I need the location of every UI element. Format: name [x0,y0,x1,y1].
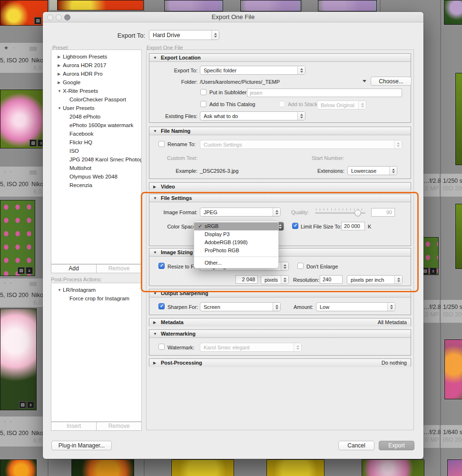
slider-thumb[interactable] [354,210,361,217]
preset-list[interactable]: ▶Lightroom Presets ▶Aurora HDR 2017 ▶Aur… [51,50,142,264]
preset-item[interactable]: ColorChecker Passport [51,95,141,104]
add-to-catalog-checkbox[interactable] [200,101,206,107]
size-unit-select[interactable]: pixels [261,275,289,284]
add-to-stack-checkbox[interactable] [279,101,285,107]
export-button[interactable]: Export [379,441,414,450]
section-header[interactable]: ▶ Post-Processing Do nothing [149,359,411,367]
preset-item[interactable]: ▶Aurora HDR 2017 [51,61,141,69]
specific-folder-select[interactable]: Specific folder [200,66,305,75]
disclosure-triangle-icon[interactable]: ▶ [58,79,63,87]
post-process-list[interactable]: ▼LR/Instagram Force crop for Instagram [51,283,142,422]
disclosure-triangle-icon[interactable]: ▼ [58,87,63,96]
subfolder-name-field[interactable]: jesen [247,89,402,97]
remove-preset-button[interactable]: Remove [96,265,141,273]
photo-thumbnail[interactable] [266,459,324,476]
disclosure-triangle-icon[interactable]: ▶ [58,70,63,79]
photo-thumbnail[interactable] [362,459,424,476]
disclosure-triangle-icon[interactable]: ▼ [58,286,63,295]
cancel-button[interactable]: Cancel [338,441,374,450]
photo-thumbnail[interactable] [0,308,37,410]
image-format-select[interactable]: JPEG [200,208,281,217]
preset-item[interactable]: ▶Lightroom Presets [51,52,141,61]
extensions-select[interactable]: Lowercase [347,166,397,175]
rename-template-select[interactable]: Custom Settings [200,140,402,149]
flag-row[interactable]: · · [4,418,13,424]
existing-files-select[interactable]: Ask what to do [200,111,305,120]
section-header[interactable]: ▼ Image Sizing [149,248,411,257]
flag-star-row[interactable]: ★ · [4,45,16,51]
sharpen-target-select[interactable]: Screen [200,302,281,311]
amount-select[interactable]: Low [316,302,395,311]
choose-folder-button[interactable]: Choose... [371,77,412,86]
section-header[interactable]: ▼ Output Sharpening [149,289,411,298]
disclosure-triangle-icon[interactable]: ▶ [58,61,63,70]
preset-item[interactable]: ▶Aurora HDR Pro [51,69,141,78]
size-value-field[interactable]: 2 048 [236,275,258,284]
remove-action-button[interactable]: Remove [96,422,141,430]
preset-item[interactable]: ISO [51,147,141,155]
menu-item[interactable]: AdobeRGB (1998) [194,238,278,247]
sharpen-for-checkbox[interactable] [158,303,165,309]
preset-item[interactable]: Recenzia [51,181,141,189]
disclosure-triangle-icon[interactable]: ▼ [58,104,63,113]
photo-thumbnail[interactable] [240,0,301,11]
post-process-item[interactable]: ▼LR/Instagram [51,286,141,294]
rename-to-checkbox[interactable] [158,141,165,147]
section-header[interactable]: ▼ File Naming [149,127,411,135]
insert-action-button[interactable]: Insert [51,422,96,430]
photo-thumbnail[interactable] [444,339,462,399]
preset-item[interactable]: ▶Google [51,78,141,87]
post-process-item[interactable]: Force crop for Instagram [51,294,141,303]
photo-thumbnail[interactable] [57,0,144,10]
quality-slider[interactable] [315,208,365,217]
add-preset-button[interactable]: Add [51,265,96,273]
export-to-select[interactable]: Hard Drive [149,30,219,40]
resize-to-fit-checkbox[interactable] [158,263,165,269]
preset-item[interactable]: Olympus Web 2048 [51,172,141,181]
photo-thumbnail[interactable] [444,0,462,25]
photo-thumbnail[interactable] [447,459,462,476]
section-header[interactable]: ▶ Metadata All Metadata [149,318,411,327]
photo-thumbnail[interactable] [164,0,223,11]
watermark-checkbox[interactable] [158,344,165,350]
photo-thumbnail[interactable] [455,204,462,269]
menu-item[interactable]: ✓sRGB [194,222,278,230]
folder-popup-icon[interactable] [363,80,366,82]
section-header[interactable]: ▶ Video [149,183,411,191]
section-header[interactable]: ▼ Watermarking [149,330,411,338]
photo-thumbnail[interactable] [171,459,234,476]
plugin-manager-button[interactable]: Plug-in Manager... [51,441,112,450]
preset-item[interactable]: Multishot [51,164,141,172]
quality-value-field[interactable]: 90 [371,208,395,217]
preset-item[interactable]: Facebook [51,129,141,138]
resolution-unit-select[interactable]: pixels per inch [347,275,403,284]
disclosure-triangle-icon[interactable]: ▶ [58,53,63,61]
photo-thumbnail[interactable] [0,200,35,276]
color-space-menu[interactable]: ✓sRGB Display P3 AdobeRGB (1998) ProPhot… [194,221,279,268]
put-in-subfolder-checkbox[interactable] [200,89,206,95]
flag-row[interactable]: · · [4,280,13,286]
preset-item[interactable]: 2048 ePhoto [51,112,141,121]
dialog-titlebar[interactable]: Export One File [43,12,423,22]
menu-item-other[interactable]: Other... [194,259,278,267]
photo-thumbnail[interactable] [455,73,462,165]
menu-item[interactable]: Display P3 [194,230,278,238]
preset-item[interactable]: ▼User Presets [51,104,141,112]
photo-thumbnail[interactable] [71,459,134,476]
section-header[interactable]: ▼ File Settings [149,194,411,202]
section-header[interactable]: ▼ Export Location [149,54,411,62]
limit-file-size-field[interactable]: 20 000 [341,222,365,230]
limit-file-size-checkbox[interactable] [292,223,298,229]
preset-item[interactable]: ▼X-Rite Presets [51,87,141,95]
resolution-value-field[interactable]: 240 [320,275,343,284]
menu-item[interactable]: ProPhoto RGB [194,247,278,255]
dont-enlarge-checkbox[interactable] [297,263,304,269]
photo-thumbnail[interactable] [318,0,377,11]
flag-row[interactable]: · · [4,169,13,174]
photo-thumbnail[interactable] [0,459,37,476]
preset-item[interactable]: JPG 2048 Karol Srnec Photogra [51,155,141,164]
watermark-select[interactable]: Karol Srnec elegant [200,343,302,352]
stack-position-select[interactable]: Below Original [317,100,366,109]
preset-item[interactable]: Flickr HQ [51,138,141,147]
preset-item[interactable]: ePhoto 1600px watermark [51,121,141,129]
